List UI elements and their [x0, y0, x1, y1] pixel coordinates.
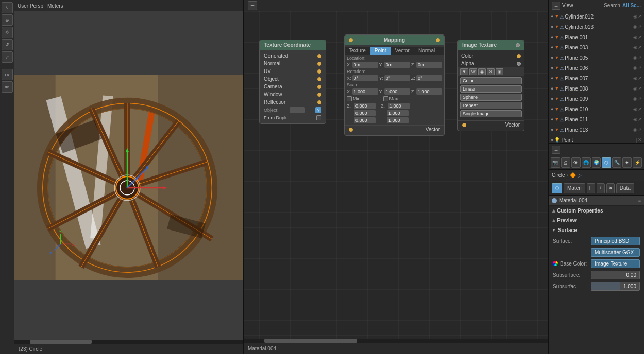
- outliner-item-point[interactable]: ● 💡 Point | ✕: [549, 135, 644, 144]
- material-f-btn[interactable]: F: [587, 183, 595, 193]
- props-output-btn[interactable]: 🖨: [561, 157, 570, 168]
- img-source[interactable]: Single Image: [460, 110, 522, 117]
- node-editor-scrollbar[interactable]: [244, 339, 548, 343]
- material-data-btn[interactable]: Data: [616, 183, 634, 193]
- props-modifier-btn[interactable]: 🔧: [612, 157, 621, 168]
- min-x[interactable]: [354, 103, 376, 109]
- img-extension[interactable]: Repeat: [460, 102, 522, 109]
- props-menu-btn[interactable]: ☰: [552, 146, 560, 154]
- material-add-btn[interactable]: +: [597, 183, 605, 193]
- outliner-item-plane011[interactable]: ● ▼ △ Plane.011 ◉↗: [549, 114, 644, 125]
- min-z[interactable]: [354, 117, 376, 123]
- props-particle-btn[interactable]: ✦: [622, 157, 632, 168]
- outliner-item-plane006[interactable]: ● ▼ △ Plane.006 ◉↗: [549, 63, 644, 73]
- toolbar-btn-rotate[interactable]: ↺: [2, 39, 13, 50]
- custom-props-section[interactable]: ▶ Custom Properties: [549, 206, 644, 216]
- props-render-btn[interactable]: 📷: [551, 157, 560, 168]
- tc-object-val[interactable]: [290, 107, 305, 113]
- mapping-out-socket: [436, 38, 440, 42]
- tab-vector[interactable]: Vector: [391, 47, 414, 55]
- tab-normal[interactable]: Normal: [414, 47, 439, 55]
- tab-texture[interactable]: Texture: [345, 47, 370, 55]
- rotation-z[interactable]: [416, 75, 442, 81]
- rotation-label: Rotation:: [345, 68, 444, 75]
- tab-point[interactable]: Point: [370, 47, 391, 55]
- base-color-val[interactable]: Image Texture: [591, 259, 640, 268]
- img-interpolation[interactable]: Linear: [460, 85, 522, 93]
- img-btn-link[interactable]: ◉: [496, 68, 503, 75]
- outliner-item-plane003[interactable]: ● ▼ △ Plane.003 ◉↗: [549, 42, 644, 52]
- scale-y[interactable]: [384, 88, 410, 95]
- preview-section[interactable]: ▶ Preview: [549, 216, 644, 225]
- max-x[interactable]: [388, 103, 410, 109]
- props-object-btn[interactable]: ⬡: [602, 157, 611, 168]
- outliner-item-plane008[interactable]: ● ▼ △ Plane.008 ◉↗: [549, 83, 644, 94]
- toolbar-btn-move[interactable]: ✥: [2, 27, 13, 38]
- img-btn-1[interactable]: ▼: [460, 68, 468, 75]
- max-check[interactable]: [383, 96, 388, 101]
- surface-section[interactable]: ▼ Surface: [549, 225, 644, 235]
- location-z[interactable]: [416, 62, 442, 68]
- surface-type-val[interactable]: Principled BSDF: [591, 237, 640, 245]
- img-btn-close[interactable]: ✕: [487, 68, 495, 75]
- subsurface-val[interactable]: 0.00: [591, 271, 640, 279]
- rotation-x[interactable]: [352, 75, 378, 81]
- img-tex-body: Color Alpha ▼ W ◉ ✕ ◉: [458, 50, 524, 131]
- toolbar-btn-cursor[interactable]: ⊕: [2, 14, 13, 26]
- outliner-item-plane007[interactable]: ● ▼ △ Plane.007 ◉↗: [549, 73, 644, 83]
- max-z[interactable]: [387, 117, 409, 123]
- outliner-item-cylinder013[interactable]: ● ▼ △ Cylinder.013 ◉↗: [549, 22, 644, 32]
- location-x[interactable]: [352, 62, 378, 68]
- breadcrumb-circle[interactable]: Circle: [552, 172, 565, 178]
- img-tex-node[interactable]: Image Texture Color Alpha ▼ W: [457, 40, 524, 131]
- outliner-allscene-btn[interactable]: All Sc...: [622, 3, 641, 8]
- scale-x[interactable]: [352, 88, 378, 95]
- min-y[interactable]: [354, 110, 376, 116]
- node-editor-menu-btn[interactable]: ☰: [248, 1, 257, 10]
- props-view-btn[interactable]: 👁: [571, 157, 581, 168]
- outliner-menu-btn[interactable]: ☰: [552, 2, 560, 10]
- img-btn-w[interactable]: W: [469, 68, 478, 75]
- outliner-item-plane005[interactable]: ● ▼ △ Plane.005 ◉↗: [549, 52, 644, 63]
- viewport-scrollbar-h[interactable]: [14, 340, 243, 344]
- node-editor[interactable]: ☰ Texture Coordinate Generated: [244, 0, 549, 354]
- tex-coord-node[interactable]: Texture Coordinate Generated Normal UV: [259, 40, 326, 124]
- material-slot-active-btn[interactable]: ⬡: [552, 183, 562, 193]
- location-y[interactable]: [384, 62, 410, 68]
- mapping-body: Texture Point Vector Normal Location: X:…: [345, 45, 444, 135]
- material-del-btn[interactable]: ✕: [606, 183, 615, 193]
- max-y[interactable]: [387, 110, 409, 116]
- viewport-canvas[interactable]: X Y Z: [14, 11, 243, 344]
- outliner-item-plane013[interactable]: ● ▼ △ Plane.013 ◉↗: [549, 125, 644, 135]
- rotation-y[interactable]: [384, 75, 410, 81]
- img-btn-browse[interactable]: ◉: [478, 68, 486, 75]
- outliner-search-btn[interactable]: Search: [604, 3, 620, 8]
- outliner-item-cylinder012[interactable]: ● ▼ △ Cylinder.012 ◉↗: [549, 11, 644, 22]
- base-color-dot[interactable]: [553, 261, 558, 266]
- tc-object-picker[interactable]: Y: [315, 107, 321, 113]
- toolbar-btn-scale[interactable]: ⤢: [2, 51, 13, 63]
- tc-from-dupli-check[interactable]: [316, 115, 321, 120]
- toolbar-btn-t1[interactable]: La: [2, 69, 13, 80]
- outliner-item-plane009[interactable]: ● ▼ △ Plane.009 ◉↗: [549, 94, 644, 104]
- img-projection[interactable]: Sphere: [460, 94, 522, 101]
- img-tex-toolbar: ▼ W ◉ ✕ ◉: [458, 67, 524, 76]
- point-separator: |: [636, 137, 637, 143]
- props-world-btn[interactable]: 🌍: [592, 157, 601, 168]
- viewport[interactable]: User Persp Meters: [14, 0, 244, 354]
- props-scene-btn[interactable]: 🌐: [582, 157, 591, 168]
- subsurface2-val[interactable]: 1.000: [591, 282, 640, 291]
- scale-z[interactable]: [416, 88, 442, 95]
- material-materi-btn[interactable]: Materi: [564, 183, 585, 193]
- location-row: X: Y: Z:: [345, 61, 444, 68]
- toolbar-btn-t2[interactable]: de: [2, 81, 13, 93]
- props-physics-btn[interactable]: ⚡: [633, 157, 642, 168]
- outliner-item-plane010[interactable]: ● ▼ △ Plane.010 ◉↗: [549, 104, 644, 114]
- img-color-space[interactable]: Color: [460, 77, 522, 84]
- mapping-node[interactable]: Mapping Texture Point Vector Normal Loca…: [344, 34, 445, 136]
- min-check[interactable]: [347, 96, 352, 101]
- toolbar-btn-select[interactable]: ↖: [2, 2, 13, 13]
- surface-dist-val[interactable]: Multiscatter GGX: [591, 248, 640, 257]
- outliner-item-plane001[interactable]: ● ▼ △ Plane.001 ◉↗: [549, 32, 644, 42]
- material-slot-lines: ≡: [638, 198, 641, 203]
